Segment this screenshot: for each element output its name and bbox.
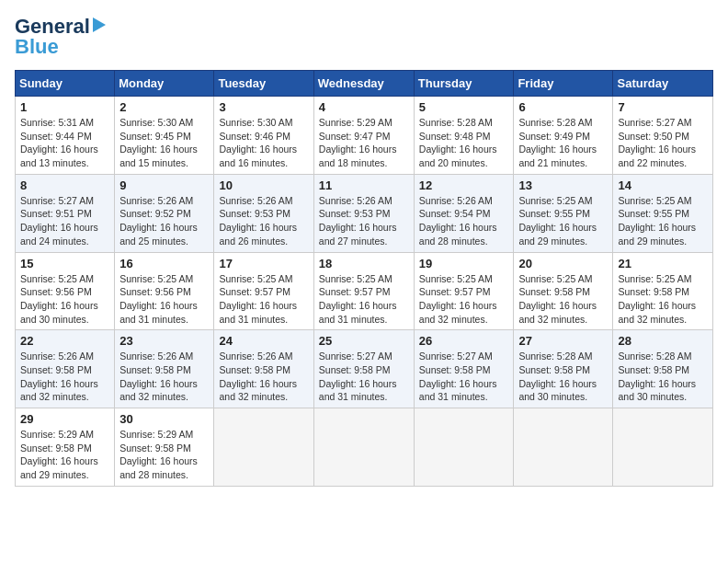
day-number: 27	[518, 334, 608, 348]
calendar-cell: 11 Sunrise: 5:26 AMSunset: 9:53 PMDaylig…	[313, 174, 414, 252]
day-number: 29	[20, 412, 109, 426]
day-info: Sunrise: 5:28 AMSunset: 9:58 PMDaylight:…	[618, 350, 696, 402]
day-info: Sunrise: 5:25 AMSunset: 9:55 PMDaylight:…	[618, 195, 696, 247]
calendar-week-row: 15 Sunrise: 5:25 AMSunset: 9:56 PMDaylig…	[16, 252, 713, 330]
col-header-monday: Monday	[115, 71, 214, 97]
day-info: Sunrise: 5:25 AMSunset: 9:56 PMDaylight:…	[119, 273, 198, 325]
calendar-cell	[313, 408, 414, 487]
col-header-wednesday: Wednesday	[313, 71, 414, 97]
day-number: 8	[20, 178, 109, 192]
day-info: Sunrise: 5:26 AMSunset: 9:53 PMDaylight:…	[219, 195, 297, 247]
calendar-cell: 19 Sunrise: 5:25 AMSunset: 9:57 PMDaylig…	[414, 252, 514, 330]
day-info: Sunrise: 5:31 AMSunset: 9:44 PMDaylight:…	[20, 117, 98, 168]
col-header-sunday: Sunday	[16, 71, 115, 97]
calendar-cell: 9 Sunrise: 5:26 AMSunset: 9:52 PMDayligh…	[115, 174, 214, 252]
col-header-thursday: Thursday	[414, 71, 514, 97]
day-number: 26	[419, 334, 509, 348]
day-info: Sunrise: 5:27 AMSunset: 9:58 PMDaylight:…	[419, 350, 497, 402]
day-number: 17	[219, 257, 308, 270]
calendar-cell: 25 Sunrise: 5:27 AMSunset: 9:58 PMDaylig…	[313, 330, 414, 408]
calendar-cell: 12 Sunrise: 5:26 AMSunset: 9:54 PMDaylig…	[414, 174, 514, 252]
calendar-cell: 20 Sunrise: 5:25 AMSunset: 9:58 PMDaylig…	[514, 252, 613, 330]
day-info: Sunrise: 5:25 AMSunset: 9:57 PMDaylight:…	[319, 273, 397, 325]
day-info: Sunrise: 5:28 AMSunset: 9:48 PMDaylight:…	[419, 117, 497, 168]
calendar-cell: 29 Sunrise: 5:29 AMSunset: 9:58 PMDaylig…	[16, 408, 115, 487]
calendar-week-row: 8 Sunrise: 5:27 AMSunset: 9:51 PMDayligh…	[16, 174, 713, 252]
calendar-cell	[414, 408, 514, 487]
calendar-cell: 27 Sunrise: 5:28 AMSunset: 9:58 PMDaylig…	[514, 330, 613, 408]
day-info: Sunrise: 5:29 AMSunset: 9:58 PMDaylight:…	[119, 429, 198, 480]
day-info: Sunrise: 5:25 AMSunset: 9:57 PMDaylight:…	[419, 273, 497, 325]
calendar-cell: 24 Sunrise: 5:26 AMSunset: 9:58 PMDaylig…	[214, 330, 313, 408]
logo-blue: Blue	[15, 35, 59, 59]
day-info: Sunrise: 5:25 AMSunset: 9:58 PMDaylight:…	[618, 273, 696, 325]
day-number: 11	[319, 178, 409, 192]
day-info: Sunrise: 5:29 AMSunset: 9:58 PMDaylight:…	[20, 429, 98, 480]
day-info: Sunrise: 5:27 AMSunset: 9:50 PMDaylight:…	[618, 117, 696, 168]
day-number: 6	[518, 100, 608, 114]
calendar-cell: 22 Sunrise: 5:26 AMSunset: 9:58 PMDaylig…	[16, 330, 115, 408]
day-number: 16	[119, 257, 209, 270]
calendar-cell: 2 Sunrise: 5:30 AMSunset: 9:45 PMDayligh…	[115, 97, 214, 175]
day-number: 18	[319, 257, 409, 270]
day-number: 9	[119, 178, 209, 192]
calendar-cell	[613, 408, 713, 487]
day-info: Sunrise: 5:30 AMSunset: 9:46 PMDaylight:…	[219, 117, 297, 168]
col-header-saturday: Saturday	[613, 71, 713, 97]
calendar-cell: 4 Sunrise: 5:29 AMSunset: 9:47 PMDayligh…	[313, 97, 414, 175]
calendar-header-row: SundayMondayTuesdayWednesdayThursdayFrid…	[16, 71, 713, 97]
day-number: 15	[20, 257, 109, 270]
calendar-week-row: 22 Sunrise: 5:26 AMSunset: 9:58 PMDaylig…	[16, 330, 713, 408]
day-number: 2	[119, 100, 209, 114]
day-number: 23	[119, 334, 209, 348]
day-number: 7	[618, 100, 708, 114]
day-info: Sunrise: 5:27 AMSunset: 9:51 PMDaylight:…	[20, 195, 98, 247]
day-info: Sunrise: 5:27 AMSunset: 9:58 PMDaylight:…	[319, 350, 397, 402]
day-info: Sunrise: 5:30 AMSunset: 9:45 PMDaylight:…	[119, 117, 198, 168]
calendar-cell: 13 Sunrise: 5:25 AMSunset: 9:55 PMDaylig…	[514, 174, 613, 252]
day-info: Sunrise: 5:25 AMSunset: 9:58 PMDaylight:…	[518, 273, 597, 325]
day-info: Sunrise: 5:26 AMSunset: 9:52 PMDaylight:…	[119, 195, 198, 247]
day-number: 19	[419, 257, 509, 270]
day-info: Sunrise: 5:25 AMSunset: 9:56 PMDaylight:…	[20, 273, 98, 325]
calendar-cell	[514, 408, 613, 487]
day-info: Sunrise: 5:25 AMSunset: 9:57 PMDaylight:…	[219, 273, 297, 325]
calendar-cell	[214, 408, 313, 487]
day-number: 1	[20, 100, 109, 114]
day-info: Sunrise: 5:28 AMSunset: 9:58 PMDaylight:…	[518, 350, 597, 402]
calendar-week-row: 1 Sunrise: 5:31 AMSunset: 9:44 PMDayligh…	[16, 97, 713, 175]
day-info: Sunrise: 5:28 AMSunset: 9:49 PMDaylight:…	[518, 117, 597, 168]
calendar-cell: 28 Sunrise: 5:28 AMSunset: 9:58 PMDaylig…	[613, 330, 713, 408]
day-info: Sunrise: 5:26 AMSunset: 9:58 PMDaylight:…	[219, 350, 297, 402]
day-info: Sunrise: 5:26 AMSunset: 9:58 PMDaylight:…	[119, 350, 198, 402]
day-number: 22	[20, 334, 109, 348]
calendar-cell: 26 Sunrise: 5:27 AMSunset: 9:58 PMDaylig…	[414, 330, 514, 408]
calendar-cell: 7 Sunrise: 5:27 AMSunset: 9:50 PMDayligh…	[613, 97, 713, 175]
day-number: 24	[219, 334, 308, 348]
calendar-cell: 14 Sunrise: 5:25 AMSunset: 9:55 PMDaylig…	[613, 174, 713, 252]
page-header: General Blue	[15, 15, 713, 59]
day-number: 13	[518, 178, 608, 192]
day-number: 12	[419, 178, 509, 192]
day-info: Sunrise: 5:26 AMSunset: 9:53 PMDaylight:…	[319, 195, 397, 247]
calendar-cell: 16 Sunrise: 5:25 AMSunset: 9:56 PMDaylig…	[115, 252, 214, 330]
calendar-cell: 1 Sunrise: 5:31 AMSunset: 9:44 PMDayligh…	[16, 97, 115, 175]
day-number: 20	[518, 257, 608, 270]
day-number: 4	[319, 100, 409, 114]
calendar-table: SundayMondayTuesdayWednesdayThursdayFrid…	[15, 70, 713, 487]
calendar-week-row: 29 Sunrise: 5:29 AMSunset: 9:58 PMDaylig…	[16, 408, 713, 487]
calendar-cell: 8 Sunrise: 5:27 AMSunset: 9:51 PMDayligh…	[16, 174, 115, 252]
calendar-cell: 10 Sunrise: 5:26 AMSunset: 9:53 PMDaylig…	[214, 174, 313, 252]
calendar-cell: 17 Sunrise: 5:25 AMSunset: 9:57 PMDaylig…	[214, 252, 313, 330]
day-info: Sunrise: 5:25 AMSunset: 9:55 PMDaylight:…	[518, 195, 597, 247]
calendar-cell: 15 Sunrise: 5:25 AMSunset: 9:56 PMDaylig…	[16, 252, 115, 330]
day-number: 14	[618, 178, 708, 192]
day-number: 30	[119, 412, 209, 426]
col-header-friday: Friday	[514, 71, 613, 97]
day-number: 3	[219, 100, 308, 114]
calendar-cell: 6 Sunrise: 5:28 AMSunset: 9:49 PMDayligh…	[514, 97, 613, 175]
logo: General Blue	[15, 15, 106, 59]
day-info: Sunrise: 5:29 AMSunset: 9:47 PMDaylight:…	[319, 117, 397, 168]
day-number: 10	[219, 178, 308, 192]
col-header-tuesday: Tuesday	[214, 71, 313, 97]
